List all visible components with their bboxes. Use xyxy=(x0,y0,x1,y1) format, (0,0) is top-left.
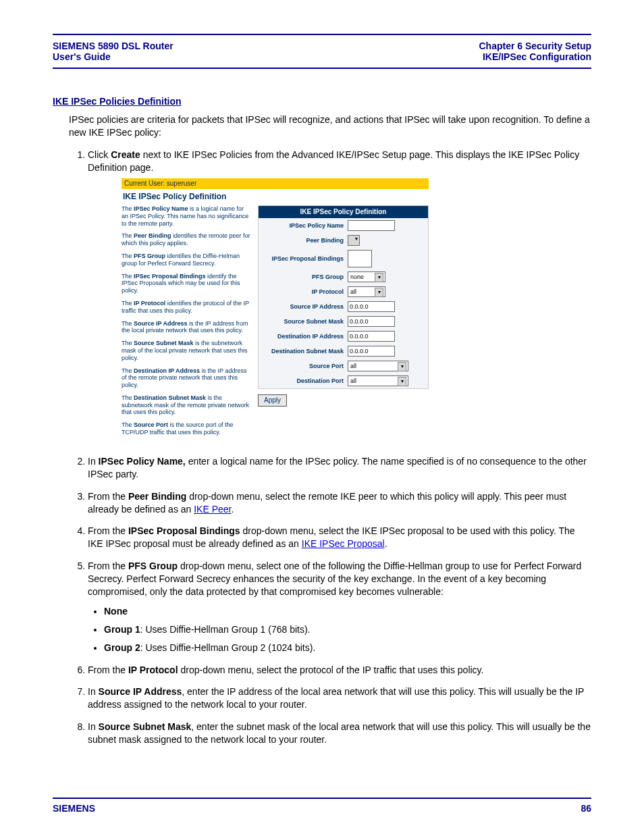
screenshot-title: IKE IPSec Policy Definition xyxy=(122,189,429,205)
policy-name-label: IPSec Policy Name xyxy=(263,222,348,230)
src-port-select[interactable]: all xyxy=(348,361,408,371)
dst-port-select[interactable]: all xyxy=(348,375,408,386)
pfs-group-select[interactable]: none xyxy=(348,271,385,282)
ip-protocol-select[interactable]: all xyxy=(348,286,385,297)
running-header: SIEMENS 5890 DSL Router User's Guide Cha… xyxy=(53,34,591,69)
pfs-group-label: PFS Group xyxy=(263,273,348,281)
step-8: In Source Subnet Mask, enter the subnet … xyxy=(88,721,591,746)
page-footer: SIEMENS 86 xyxy=(53,798,591,814)
footer-brand: SIEMENS xyxy=(53,803,95,814)
step-3: From the Peer Binding drop-down menu, se… xyxy=(88,490,591,516)
header-right-line1: Chapter 6 Security Setup xyxy=(479,41,592,51)
apply-button[interactable]: Apply xyxy=(258,394,287,407)
bullet-group2: Group 2: Uses Diffie-Hellman Group 2 (10… xyxy=(104,642,591,654)
bullet-none: None xyxy=(104,605,591,618)
proposal-bindings-label: IPSec Proposal Bindings xyxy=(263,255,348,263)
step-2: In IPSec Policy Name, enter a logical na… xyxy=(88,455,591,481)
link-ike-ipsec-proposal[interactable]: IKE IPSec Proposal xyxy=(302,538,385,549)
peer-binding-label: Peer Binding xyxy=(263,237,348,244)
src-mask-label: Source Subnet Mask xyxy=(263,318,348,325)
steps-list: Click Create next to IKE IPSec Policies … xyxy=(69,149,591,746)
dst-ip-label: Destination IP Address xyxy=(263,333,348,340)
dst-mask-label: Destination Subnet Mask xyxy=(263,348,348,355)
peer-binding-select[interactable] xyxy=(348,235,360,246)
footer-page-number: 86 xyxy=(581,803,591,814)
dst-port-label: Destination Port xyxy=(263,377,348,385)
dst-ip-input[interactable]: 0.0.0.0 xyxy=(348,331,395,342)
ip-protocol-label: IP Protocol xyxy=(263,288,348,296)
bullet-group1: Group 1: Uses Diffie-Hellman Group 1 (76… xyxy=(104,623,591,636)
step-5-bullets: None Group 1: Uses Diffie-Hellman Group … xyxy=(92,605,591,654)
src-ip-input[interactable]: 0.0.0.0 xyxy=(348,301,395,312)
header-right-line2: IKE/IPSec Configuration xyxy=(479,51,592,62)
step-6: From the IP Protocol drop-down menu, sel… xyxy=(88,664,591,677)
link-ike-peer[interactable]: IKE Peer xyxy=(194,504,231,515)
screenshot-help-column: The IPSec Policy Name is a logical name … xyxy=(122,205,255,442)
header-left-line1: SIEMENS 5890 DSL Router xyxy=(53,41,173,51)
policy-name-input[interactable] xyxy=(348,220,395,231)
policy-definition-screenshot: Current User: superuser IKE IPSec Policy… xyxy=(122,178,429,442)
dst-mask-input[interactable]: 0.0.0.0 xyxy=(348,346,395,357)
current-user-bar: Current User: superuser xyxy=(122,178,429,189)
intro-paragraph: IPSec policies are criteria for packets … xyxy=(69,113,591,139)
proposal-bindings-list[interactable] xyxy=(348,250,372,267)
src-ip-label: Source IP Address xyxy=(263,303,348,311)
section-title: IKE IPSec Policies Definition xyxy=(53,96,591,107)
form-panel: IKE IPSec Policy Definition IPSec Policy… xyxy=(258,205,429,389)
header-left-line2: User's Guide xyxy=(53,51,173,62)
panel-header: IKE IPSec Policy Definition xyxy=(259,206,428,218)
step-1: Click Create next to IKE IPSec Policies … xyxy=(88,149,591,442)
src-port-label: Source Port xyxy=(263,363,348,370)
src-mask-input[interactable]: 0.0.0.0 xyxy=(348,316,395,327)
step-5: From the PFS Group drop-down menu, selec… xyxy=(88,560,591,654)
step-7: In Source IP Address, enter the IP addre… xyxy=(88,685,591,711)
step-4: From the IPSec Proposal Bindings drop-do… xyxy=(88,525,591,550)
